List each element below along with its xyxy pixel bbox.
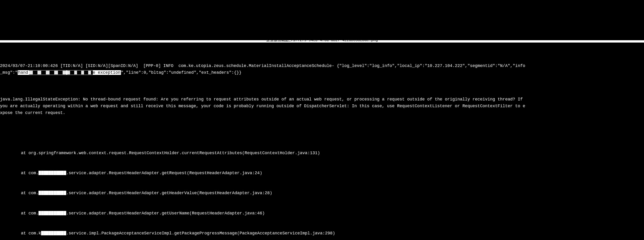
redacted-region: [29, 70, 66, 75]
stack-frame: at com.k██████████.service.impl.PackageA…: [0, 230, 644, 237]
hand-text: hand: [18, 70, 28, 75]
stack-frame: at com.███████████.service.adapter.Reque…: [0, 190, 644, 196]
stack-frame: at org.springframework.web.context.reque…: [0, 150, 644, 156]
highlighted-exception-text: hande exception: [18, 70, 121, 75]
log-line-1a: 2024/03/07-21:10:00:426 [TID:N/A] [SID:N…: [0, 62, 644, 69]
msg-label: _msg":": [0, 70, 18, 75]
stack-frame: at com.███████████.service.adapter.Reque…: [0, 170, 644, 176]
stack-trace: at org.springframework.web.context.reque…: [0, 136, 644, 240]
log-rest: ","line":0,"bltag":"undefined","ext_head…: [121, 70, 242, 75]
log-line-1b: _msg":"hande exception","line":0,"bltag"…: [0, 69, 644, 76]
terminal-output: 企业微信截图_71ff27s-94cb-4f6a-abzf-4zzab83dzb…: [0, 27, 644, 240]
exception-suffix: e exception: [93, 70, 120, 75]
window-title: 企业微信截图_71ff27s-94cb-4f6a-abzf-4zzab83dzb…: [0, 40, 644, 42]
exception-line-1: java.lang.IllegalStateException: No thre…: [0, 96, 644, 103]
exception-line-3: xpose the current request.: [0, 110, 644, 116]
filename-text: 企业微信截图_71ff27s-94cb-4f6a-abzf-4zzab83dzb…: [266, 40, 378, 42]
stack-frame: at com.███████████.service.adapter.Reque…: [0, 210, 644, 217]
exception-line-2: you are actually operating within a web …: [0, 103, 644, 110]
redacted-region-2: [67, 70, 93, 75]
